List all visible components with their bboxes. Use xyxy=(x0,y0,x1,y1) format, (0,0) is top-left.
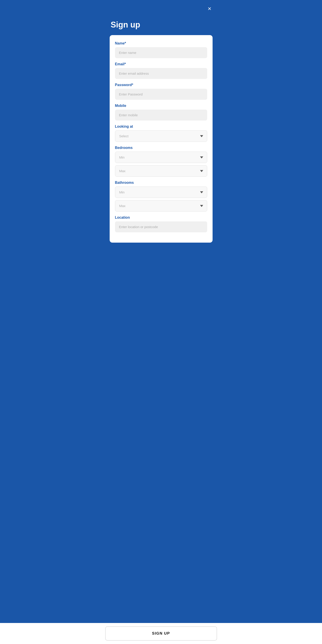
email-label: Email* xyxy=(115,62,207,66)
bathrooms-label: Bathrooms xyxy=(115,181,207,185)
name-label: Name* xyxy=(115,41,207,46)
name-input[interactable] xyxy=(115,47,207,58)
signup-button[interactable]: SIGN UP xyxy=(105,626,217,641)
mobile-field-group: Mobile xyxy=(115,104,207,120)
location-field-group: Location xyxy=(115,216,207,232)
bedrooms-max-select[interactable]: Max 1 2 3 4 5+ xyxy=(115,165,207,177)
close-button[interactable]: × xyxy=(207,4,212,13)
page-title: Sign up xyxy=(110,20,213,30)
email-field-group: Email* xyxy=(115,62,207,79)
bedrooms-field-group: Bedrooms Min 1 2 3 4 5+ Max 1 2 3 4 xyxy=(115,146,207,177)
page-container: × Sign up Name* Email* Password* Mobile … xyxy=(105,0,217,644)
bedrooms-max-select-wrapper: Max 1 2 3 4 5+ xyxy=(115,165,207,177)
bathrooms-max-select-wrapper: Max 1 2 3 4 5+ xyxy=(115,200,207,212)
password-input[interactable] xyxy=(115,89,207,100)
name-field-group: Name* xyxy=(115,41,207,58)
password-field-group: Password* xyxy=(115,83,207,100)
signup-btn-container: SIGN UP xyxy=(0,623,322,644)
bathrooms-field-group: Bathrooms Min 1 2 3 4 5+ Max 1 2 3 4 xyxy=(115,181,207,212)
looking-at-select-wrapper: Select Buy Rent Invest xyxy=(115,130,207,142)
looking-at-label: Looking at xyxy=(115,124,207,128)
password-label: Password* xyxy=(115,83,207,87)
bathrooms-min-select[interactable]: Min 1 2 3 4 5+ xyxy=(115,186,207,198)
bathrooms-min-select-wrapper: Min 1 2 3 4 5+ xyxy=(115,186,207,198)
bedrooms-label: Bedrooms xyxy=(115,146,207,150)
form-card: Name* Email* Password* Mobile Looking at… xyxy=(110,35,213,242)
mobile-input[interactable] xyxy=(115,110,207,120)
email-input[interactable] xyxy=(115,68,207,79)
location-label: Location xyxy=(115,216,207,220)
bedrooms-min-select[interactable]: Min 1 2 3 4 5+ xyxy=(115,152,207,163)
mobile-label: Mobile xyxy=(115,104,207,108)
location-input[interactable] xyxy=(115,222,207,232)
bathrooms-max-select[interactable]: Max 1 2 3 4 5+ xyxy=(115,200,207,212)
looking-at-field-group: Looking at Select Buy Rent Invest xyxy=(115,124,207,142)
bedrooms-min-select-wrapper: Min 1 2 3 4 5+ xyxy=(115,152,207,163)
looking-at-select[interactable]: Select Buy Rent Invest xyxy=(115,130,207,142)
